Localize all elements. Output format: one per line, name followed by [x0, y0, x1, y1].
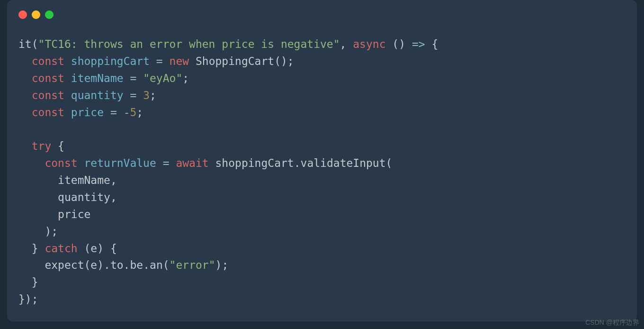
close-icon[interactable] [18, 10, 27, 19]
punc: , [340, 38, 353, 50]
indent [18, 276, 32, 288]
indent [18, 157, 45, 169]
punc: ( [78, 242, 91, 255]
code-line: const quantity = 3; [18, 89, 156, 101]
punc: ( [163, 259, 170, 271]
method: an [150, 259, 163, 271]
punc: { [425, 38, 438, 50]
keyword: const [32, 72, 64, 84]
fn-name: it [18, 38, 32, 50]
arg: itemName [58, 174, 110, 186]
variable: price [71, 106, 104, 119]
minimize-icon[interactable] [32, 10, 40, 19]
watermark: CSDN @程序边界 [585, 319, 639, 327]
code-line: const returnValue = await shoppingCart.v… [18, 157, 392, 169]
indent [18, 174, 58, 186]
arrow: => [412, 38, 425, 50]
number: 5 [130, 106, 137, 119]
punc: ; [150, 89, 156, 101]
operator: = [130, 72, 136, 84]
punc: ( [84, 259, 90, 271]
variable: quantity [71, 89, 124, 101]
variable: e [90, 242, 97, 255]
keyword: async [353, 38, 385, 50]
operator: = [130, 89, 136, 101]
punc: . [143, 259, 150, 271]
punc: ) { [97, 242, 117, 255]
punc: ; [136, 106, 143, 119]
arg: price [58, 208, 90, 220]
code-line: const shoppingCart = new ShoppingCart(); [18, 55, 294, 67]
punc: ; [182, 72, 189, 84]
operator: - [124, 106, 130, 119]
code-line: } catch (e) { [18, 242, 117, 255]
keyword: new [170, 55, 189, 67]
class-name: ShoppingCart [196, 55, 274, 67]
code-window: it("TC16: throws an error when price is … [7, 0, 637, 321]
punc: (); [274, 55, 294, 67]
variable: shoppingCart [71, 55, 150, 67]
code-line: itemName, [18, 174, 117, 186]
prop: to [110, 259, 124, 271]
code-line: try { [18, 140, 64, 152]
code-line: expect(e).to.be.an("error"); [18, 259, 228, 271]
indent [18, 259, 45, 271]
variable: returnValue [84, 157, 156, 169]
punc: ); [215, 259, 229, 271]
punc: } [32, 276, 38, 288]
punc: . [294, 157, 301, 169]
code-line: quantity, [18, 191, 117, 203]
arg: quantity [58, 191, 110, 203]
indent [18, 106, 32, 119]
operator: = [163, 157, 170, 169]
string: "eyAo" [143, 72, 182, 84]
code-line: it("TC16: throws an error when price is … [18, 38, 438, 50]
indent [18, 242, 32, 255]
punc: }); [18, 293, 38, 305]
indent [18, 72, 32, 84]
punc: ( [386, 157, 393, 169]
indent [18, 225, 45, 238]
keyword: const [32, 55, 64, 67]
indent [18, 140, 32, 152]
punc: ); [45, 225, 58, 238]
operator: = [156, 55, 163, 67]
keyword: catch [45, 242, 77, 255]
operator: = [110, 106, 117, 119]
string: "error" [170, 259, 215, 271]
punc: () [386, 38, 412, 50]
string: "TC16: throws an error when price is neg… [38, 38, 340, 50]
code-line: }); [18, 293, 38, 305]
code-line: const price = -5; [18, 106, 143, 119]
keyword: try [32, 140, 52, 152]
code-block: it("TC16: throws an error when price is … [7, 19, 637, 320]
object: shoppingCart [215, 157, 294, 169]
punc: } [32, 242, 45, 255]
keyword: await [176, 157, 208, 169]
indent [18, 191, 58, 203]
punc: , [110, 191, 117, 203]
method: validateInput [301, 157, 386, 169]
fn-name: expect [45, 259, 84, 271]
keyword: const [45, 157, 77, 169]
punc: . [124, 259, 130, 271]
punc: , [110, 174, 117, 186]
code-line: const itemName = "eyAo"; [18, 72, 189, 84]
code-line: } [18, 276, 38, 288]
indent [18, 208, 58, 220]
indent [18, 55, 32, 67]
code-line: ); [18, 225, 58, 238]
keyword: const [32, 89, 64, 101]
number: 3 [143, 89, 150, 101]
keyword: const [32, 106, 64, 119]
indent [18, 89, 32, 101]
window-titlebar [7, 0, 637, 19]
variable: itemName [71, 72, 124, 84]
punc: ( [32, 38, 38, 50]
maximize-icon[interactable] [45, 10, 54, 19]
code-line: price [18, 208, 90, 220]
prop: be [130, 259, 143, 271]
variable: e [90, 259, 97, 271]
punc: ). [97, 259, 110, 271]
punc: { [51, 140, 64, 152]
